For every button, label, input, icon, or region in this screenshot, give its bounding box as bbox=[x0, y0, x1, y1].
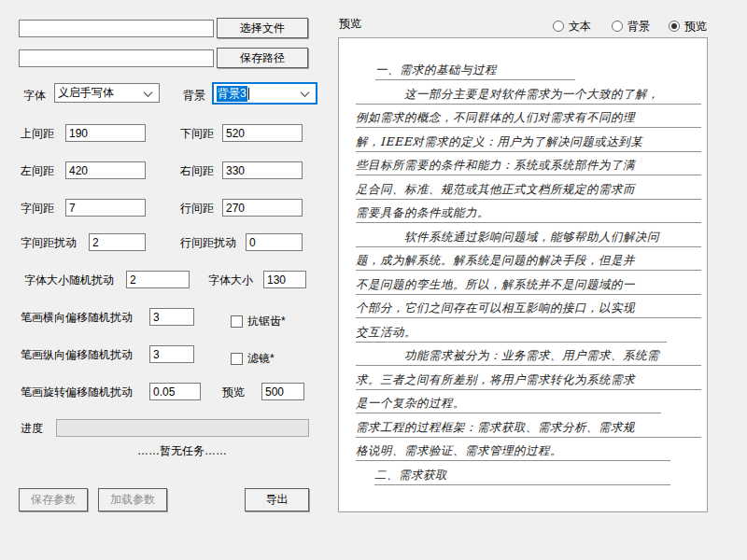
char-spacing-label: 字间距 bbox=[21, 202, 54, 215]
handwriting-line: 需要具备的条件或能力。 bbox=[356, 204, 701, 223]
handwriting-line: 些目标所需要的条件和能力：系统或系统部件为了满 bbox=[356, 157, 701, 175]
preview-panel-title: 预览 bbox=[339, 17, 361, 30]
right-margin-input[interactable] bbox=[222, 161, 303, 179]
handwriting-line: 例如需求的概念，不同群体的人们对需求有不同的理 bbox=[356, 109, 701, 128]
choose-file-button[interactable]: 选择文件 bbox=[217, 18, 308, 38]
char-spacing-jitter-label: 字间距扰动 bbox=[21, 236, 77, 249]
handwriting-line: 个部分，它们之间存在可以相互影响的接口，以实现 bbox=[356, 300, 701, 318]
stroke-y-jitter-input[interactable] bbox=[149, 345, 194, 363]
line-spacing-jitter-label: 行间距扰动 bbox=[180, 236, 236, 249]
line-spacing-label: 行间距 bbox=[180, 202, 214, 215]
handwriting-line: 求。三者之间有所差别，将用户需求转化为系统需求 bbox=[356, 371, 701, 390]
char-spacing-input[interactable] bbox=[65, 199, 146, 217]
stroke-rotation-jitter-label: 笔画旋转偏移随机扰动 bbox=[21, 385, 133, 399]
background-label: 背景 bbox=[183, 89, 205, 102]
bottom-margin-input[interactable] bbox=[222, 124, 303, 142]
handwriting-preview-canvas[interactable]: 一、需求的基础与过程 这一部分主要是对软件需求为一个大致的了解， 例如需求的概念… bbox=[338, 37, 708, 512]
background-combobox-value: 背景3 bbox=[217, 86, 247, 102]
font-label: 字体 bbox=[23, 89, 46, 102]
line-spacing-jitter-input[interactable] bbox=[246, 233, 303, 251]
mode-radio-background-label: 背景 bbox=[627, 20, 650, 33]
handwriting-line: 解，IEEE对需求的定义：用户为了解决问题或达到某 bbox=[356, 133, 701, 152]
text-cursor bbox=[248, 88, 249, 100]
handwriting-line: 格说明、需求验证、需求管理的过程。 bbox=[356, 442, 670, 461]
stroke-x-jitter-label: 笔画横向偏移随机扰动 bbox=[21, 311, 133, 324]
bottom-margin-label: 下间距 bbox=[180, 127, 214, 140]
mode-radio-preview-label: 预览 bbox=[684, 20, 707, 33]
background-combobox[interactable]: 背景3 bbox=[212, 82, 317, 105]
stroke-y-jitter-label: 笔画纵向偏移随机扰动 bbox=[21, 348, 133, 361]
load-params-button[interactable]: 加载参数 bbox=[98, 488, 167, 511]
progress-label: 进度 bbox=[21, 422, 43, 435]
save-params-button[interactable]: 保存参数 bbox=[19, 488, 88, 511]
filter-label: 滤镜* bbox=[247, 352, 275, 365]
handwriting-line: 需求工程的过程框架：需求获取、需求分析、需求规 bbox=[356, 419, 701, 438]
mode-radio-text[interactable] bbox=[553, 21, 564, 32]
preview-count-label: 预览 bbox=[222, 385, 245, 399]
handwriting-line: 交互活动。 bbox=[356, 324, 667, 343]
left-margin-label: 左间距 bbox=[21, 164, 54, 177]
handwriting-line: 是一个复杂的过程。 bbox=[356, 395, 661, 413]
handwriting-line: 一、需求的基础与过程 bbox=[375, 62, 575, 80]
mode-radio-text-label: 文本 bbox=[569, 20, 591, 33]
export-button[interactable]: 导出 bbox=[245, 488, 309, 511]
handwriting-line: 二、需求获取 bbox=[374, 467, 670, 485]
font-size-jitter-input[interactable] bbox=[126, 271, 190, 288]
char-spacing-jitter-input[interactable] bbox=[89, 233, 146, 251]
stroke-x-jitter-input[interactable] bbox=[149, 308, 194, 326]
antialias-label: 抗锯齿* bbox=[247, 315, 286, 328]
progress-bar bbox=[56, 419, 309, 437]
filter-checkbox[interactable] bbox=[231, 353, 243, 365]
mode-radio-background[interactable] bbox=[612, 21, 623, 32]
save-path-button[interactable]: 保存路径 bbox=[217, 48, 308, 68]
font-size-input[interactable] bbox=[263, 271, 306, 288]
chevron-down-icon bbox=[144, 88, 153, 97]
chevron-down-icon bbox=[301, 88, 310, 97]
font-size-jitter-label: 字体大小随机扰动 bbox=[24, 273, 114, 287]
antialias-checkbox[interactable] bbox=[231, 315, 243, 328]
top-margin-input[interactable] bbox=[65, 124, 146, 142]
handwriting-line: 软件系统通过影响问题域，能够帮助人们解决问 bbox=[356, 229, 701, 247]
handwriting-line: 不是问题的孪生地。所以，解系统并不是问题域的一 bbox=[356, 276, 701, 295]
line-spacing-input[interactable] bbox=[222, 199, 303, 217]
top-margin-label: 上间距 bbox=[21, 127, 54, 140]
font-size-label: 字体大小 bbox=[208, 273, 253, 287]
handwriting-line: 功能需求被分为：业务需求、用户需求、系统需 bbox=[356, 347, 701, 366]
left-margin-input[interactable] bbox=[65, 161, 146, 179]
font-combobox-value: 义启手写体 bbox=[58, 85, 114, 101]
task-status-text: ……暂无任务…… bbox=[56, 443, 308, 459]
mode-radio-preview[interactable] bbox=[669, 21, 680, 32]
handwriting-line: 足合同、标准、规范或其他正式文档所规定的需求而 bbox=[356, 181, 701, 200]
source-file-input[interactable] bbox=[19, 20, 214, 37]
handwriting-line: 题，成为解系统。解系统是问题的解决手段，但是并 bbox=[356, 252, 701, 271]
preview-count-input[interactable] bbox=[261, 383, 304, 400]
stroke-rotation-jitter-input[interactable] bbox=[149, 383, 201, 400]
handwriting-line: 这一部分主要是对软件需求为一个大致的了解， bbox=[356, 86, 701, 105]
save-path-input[interactable] bbox=[19, 49, 214, 67]
right-margin-label: 右间距 bbox=[180, 164, 214, 177]
font-combobox[interactable]: 义启手写体 bbox=[54, 83, 160, 103]
